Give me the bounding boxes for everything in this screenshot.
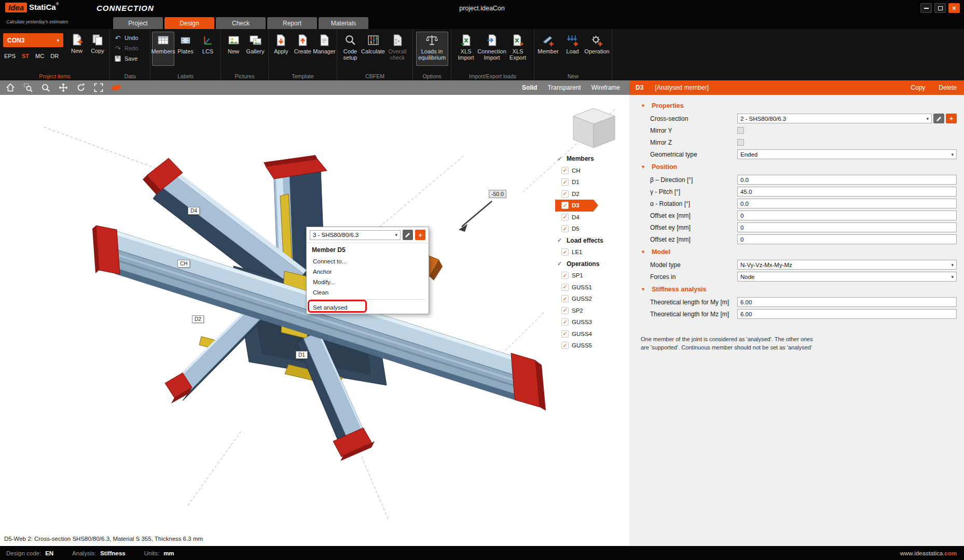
model-type-dropdown[interactable]: N-Vy-Vz-Mx-My-Mz▾ bbox=[737, 260, 957, 270]
maximize-button[interactable] bbox=[934, 3, 946, 13]
connection-import-button[interactable]: Connection Import bbox=[479, 32, 505, 66]
template-manager-button[interactable]: Manager bbox=[313, 32, 335, 66]
tree-item-guss5[interactable]: ✓GUSS5 bbox=[555, 340, 629, 352]
copy-project-item-button[interactable]: Copy bbox=[87, 33, 108, 54]
section-position[interactable]: ▼Position bbox=[629, 160, 964, 174]
offset-ez-input[interactable]: 0 bbox=[737, 234, 957, 244]
apply-template-button[interactable]: Apply bbox=[270, 32, 292, 66]
offset-ey-input[interactable]: 0 bbox=[737, 222, 957, 232]
project-item-st[interactable]: ST bbox=[22, 53, 29, 59]
tree-item-d2[interactable]: ✓D2 bbox=[555, 188, 629, 200]
tree-item-sp2[interactable]: ✓SP2 bbox=[555, 305, 629, 317]
redo-button[interactable]: ↷Redo bbox=[114, 44, 150, 52]
members-labels-button[interactable]: Members bbox=[152, 32, 174, 66]
theoretical-length-mz-input[interactable]: 6.00 bbox=[737, 309, 957, 319]
view-mode-solid[interactable]: Solid bbox=[522, 84, 537, 91]
mirror-y-checkbox[interactable] bbox=[737, 127, 744, 134]
tab-project[interactable]: Project bbox=[113, 17, 163, 29]
tree-item-d1[interactable]: ✓D1 bbox=[555, 176, 629, 188]
3d-viewport[interactable]: D4 CH D2 D1 -50.0 ✓Members ✓CH ✓D1 ✓D2 ✓… bbox=[0, 95, 629, 546]
checkbox-checked-icon[interactable]: ✓ bbox=[561, 284, 569, 291]
xls-export-button[interactable]: XLS Export bbox=[505, 32, 531, 66]
tree-item-d3-selected[interactable]: ✓D3 bbox=[555, 200, 594, 212]
close-button[interactable]: × bbox=[948, 3, 960, 13]
calculate-button[interactable]: Calculate bbox=[362, 32, 384, 66]
forces-in-dropdown[interactable]: Node▾ bbox=[737, 272, 957, 282]
tree-item-le1[interactable]: ✓LE1 bbox=[555, 246, 629, 258]
project-item-selector[interactable]: CON3 ▾ bbox=[3, 33, 63, 47]
checkbox-checked-icon[interactable]: ✓ bbox=[561, 190, 569, 198]
tab-design[interactable]: Design bbox=[164, 17, 214, 29]
checkbox-checked-icon[interactable]: ✓ bbox=[561, 167, 569, 174]
theoretical-length-my-input[interactable]: 6.00 bbox=[737, 297, 957, 307]
add-cross-section-button[interactable]: + bbox=[946, 114, 957, 123]
tree-item-guss3[interactable]: ✓GUSS3 bbox=[555, 316, 629, 328]
checkbox-checked-icon[interactable]: ✓ bbox=[561, 295, 569, 302]
tree-item-d4[interactable]: ✓D4 bbox=[555, 212, 629, 223]
checkbox-checked-icon[interactable]: ✓ bbox=[561, 318, 569, 326]
overall-check-button[interactable]: Overall check bbox=[384, 32, 410, 66]
gallery-button[interactable]: Gallery bbox=[244, 32, 266, 66]
tree-item-ch[interactable]: ✓CH bbox=[555, 165, 629, 177]
section-properties[interactable]: ▼Properties bbox=[629, 99, 964, 113]
section-stiffness-analysis[interactable]: ▼Stiffness analysis bbox=[629, 283, 964, 296]
project-item-dr[interactable]: DR bbox=[50, 53, 59, 59]
cross-section-dropdown[interactable]: 2 - SHS80/80/6.3▾ bbox=[737, 114, 932, 123]
add-cross-section-button[interactable]: + bbox=[415, 230, 425, 240]
perspective-toggle-icon[interactable] bbox=[111, 82, 121, 93]
menu-item-anchor[interactable]: Anchor bbox=[307, 267, 429, 277]
tab-report[interactable]: Report bbox=[267, 17, 317, 29]
project-item-eps[interactable]: EPS bbox=[4, 53, 16, 59]
section-model[interactable]: ▼Model bbox=[629, 245, 964, 259]
offset-ex-input[interactable]: 0 bbox=[737, 211, 957, 220]
tree-header-operations[interactable]: ✓Operations bbox=[555, 258, 629, 270]
new-project-item-button[interactable]: New bbox=[66, 33, 87, 54]
view-mode-transparent[interactable]: Transparent bbox=[547, 84, 581, 91]
tree-header-load-effects[interactable]: ✓Load effects bbox=[555, 235, 629, 247]
checkbox-checked-icon[interactable]: ✓ bbox=[561, 248, 569, 256]
new-load-button[interactable]: Load bbox=[560, 32, 585, 66]
menu-item-set-analysed[interactable]: Set analysed bbox=[307, 301, 429, 314]
menu-item-clean[interactable]: Clean bbox=[307, 287, 429, 298]
lcs-labels-button[interactable]: LCS bbox=[197, 32, 219, 66]
zoom-window-icon[interactable] bbox=[23, 82, 33, 93]
tree-item-guss1[interactable]: ✓GUSS1 bbox=[555, 282, 629, 293]
create-template-button[interactable]: Create bbox=[292, 32, 314, 66]
project-item-mc[interactable]: MC bbox=[35, 53, 44, 59]
xls-import-button[interactable]: XLS Import bbox=[453, 32, 479, 66]
rotate-view-icon[interactable] bbox=[76, 82, 86, 93]
pan-icon[interactable] bbox=[58, 82, 68, 93]
tab-check[interactable]: Check bbox=[216, 17, 266, 29]
tree-item-sp1[interactable]: ✓SP1 bbox=[555, 270, 629, 282]
checkbox-checked-icon[interactable]: ✓ bbox=[561, 307, 569, 314]
home-view-icon[interactable] bbox=[5, 82, 16, 93]
geometrical-type-dropdown[interactable]: Ended▾ bbox=[737, 149, 957, 159]
code-setup-button[interactable]: Code setup bbox=[339, 32, 362, 66]
checkbox-checked-icon[interactable]: ✓ bbox=[561, 342, 569, 349]
beta-direction-input[interactable]: 0.0 bbox=[737, 175, 957, 185]
loads-in-equilibrium-button[interactable]: Loads in equilibrium bbox=[416, 32, 448, 66]
mirror-z-checkbox[interactable] bbox=[737, 139, 744, 146]
checkbox-checked-icon[interactable]: ✓ bbox=[561, 214, 569, 221]
tree-item-d5[interactable]: ✓D5 bbox=[555, 223, 629, 235]
menu-item-connect-to[interactable]: Connect to... bbox=[307, 256, 429, 267]
edit-cross-section-button[interactable] bbox=[933, 114, 944, 123]
checkbox-checked-icon[interactable]: ✓ bbox=[561, 330, 569, 338]
tree-item-guss2[interactable]: ✓GUSS2 bbox=[555, 293, 629, 305]
tree-header-members[interactable]: ✓Members bbox=[555, 153, 629, 165]
minimize-button[interactable] bbox=[920, 3, 932, 13]
gamma-pitch-input[interactable]: 45.0 bbox=[737, 187, 957, 197]
checkbox-checked-icon[interactable]: ✓ bbox=[561, 202, 569, 209]
new-picture-button[interactable]: New bbox=[223, 32, 244, 66]
menu-item-modify[interactable]: Modify... bbox=[307, 277, 429, 287]
context-cross-section-dropdown[interactable]: 3 - SHS80/80/6.3 ▾ bbox=[310, 230, 401, 240]
checkbox-checked-icon[interactable]: ✓ bbox=[561, 225, 569, 232]
tree-item-guss4[interactable]: ✓GUSS4 bbox=[555, 328, 629, 340]
fit-view-icon[interactable] bbox=[93, 82, 104, 93]
alpha-rotation-input[interactable]: 0.0 bbox=[737, 199, 957, 208]
tab-materials[interactable]: Materials bbox=[319, 17, 368, 29]
checkbox-checked-icon[interactable]: ✓ bbox=[561, 272, 569, 279]
navigation-cube[interactable] bbox=[567, 102, 622, 154]
delete-member-button[interactable]: Delete bbox=[939, 84, 957, 91]
save-button[interactable]: Save bbox=[114, 54, 150, 63]
